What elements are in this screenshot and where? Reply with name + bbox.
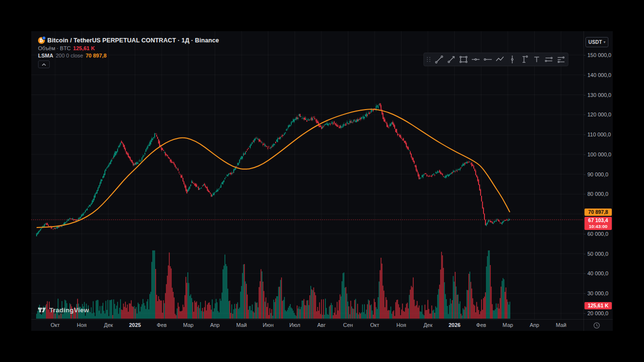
- price-tick-label: 130 000,0: [587, 92, 611, 98]
- bitcoin-icon: ₿: [38, 37, 45, 44]
- volume-indicator-label: Объём · BTC: [38, 45, 71, 51]
- vertical-line-icon: [506, 54, 518, 65]
- price-tick-label: 50 000,0: [587, 251, 608, 257]
- volume-bars: [37, 250, 510, 319]
- time-tick-label: Окт: [370, 322, 380, 328]
- price-tick-mark: [584, 254, 585, 254]
- lsma-indicator-value: 70 897,8: [85, 53, 106, 58]
- time-tick-label: Ноя: [397, 322, 406, 328]
- horizontal-line-icon: [470, 54, 482, 65]
- symbol-title-row[interactable]: ₿ Bitcoin / TetherUS PERPETUAL CONTRACT …: [38, 37, 219, 44]
- price-tick-mark: [584, 174, 585, 175]
- price-tick-label: 60 000,0: [587, 231, 608, 237]
- chevron-down-icon: ▾: [604, 40, 605, 44]
- lsma-indicator-row[interactable]: LSMA 200 0 close 70 897,8: [38, 53, 219, 58]
- price-tick-label: 20 000,0: [587, 310, 608, 316]
- chevron-up-icon: [41, 63, 46, 66]
- price-tick-label: 100 000,0: [587, 152, 611, 157]
- currency-selector-value: USDT: [588, 39, 602, 45]
- ray-icon: [445, 54, 457, 65]
- time-tick-label: Апр: [530, 322, 539, 328]
- volume-indicator-row[interactable]: Объём · BTC 125,61 K: [38, 45, 219, 51]
- time-tick-label: Апр: [210, 322, 220, 328]
- time-tick-label: Июн: [263, 322, 274, 328]
- time-tick-label: Июл: [289, 322, 300, 328]
- lsma-indicator-name: LSMA: [38, 53, 53, 58]
- time-tick-label: Фев: [157, 322, 166, 328]
- price-tick-mark: [584, 55, 585, 56]
- tool-channel-button[interactable]: [543, 54, 555, 65]
- price-tick-mark: [584, 293, 585, 294]
- time-tick-label: Дек: [104, 322, 113, 328]
- price-tick-mark: [584, 114, 585, 115]
- horizontal-ray-icon: [482, 54, 494, 65]
- tool-horizontal-line-button[interactable]: [469, 54, 482, 65]
- drawing-toolbar: [423, 53, 568, 66]
- tool-ray-button[interactable]: [445, 54, 457, 65]
- lsma-line: [37, 109, 510, 228]
- tool-horizontal-ray-button[interactable]: [482, 54, 494, 65]
- disjoint-channel-icon: [555, 54, 567, 65]
- price-tick-mark: [584, 95, 585, 95]
- price-tick-label: 120 000,0: [587, 112, 611, 117]
- time-axis-separator: [31, 319, 613, 320]
- tradingview-logo-text: TradingView: [49, 306, 89, 314]
- time-tick-label: 2025: [129, 322, 141, 328]
- volume-value-label: 125,61 K: [584, 302, 612, 309]
- tool-disjoint-channel-button[interactable]: [555, 54, 567, 65]
- tool-text-button[interactable]: [530, 54, 543, 65]
- price-tick-label: 150 000,0: [587, 52, 611, 58]
- time-tick-label: Авг: [317, 322, 325, 328]
- time-tick-label: Мар: [503, 322, 513, 328]
- price-tick-mark: [584, 273, 585, 274]
- time-tick-label: Сен: [343, 322, 353, 328]
- price-tick-label: 80 000,0: [587, 191, 608, 197]
- last-price-label: 67 103,4 10:43:00: [584, 217, 612, 230]
- price-tick-label: 40 000,0: [587, 270, 608, 276]
- measure-icon: [519, 54, 530, 65]
- tool-vertical-line-button[interactable]: [506, 54, 518, 65]
- lsma-price-label: 70 897,8: [584, 209, 612, 216]
- price-tick-label: 110 000,0: [587, 132, 611, 137]
- price-tick-mark: [584, 75, 585, 76]
- chart-panel: ₿ Bitcoin / TetherUS PERPETUAL CONTRACT …: [31, 31, 613, 331]
- time-tick-label: 2026: [448, 322, 460, 328]
- time-tick-label: Дек: [423, 322, 432, 328]
- price-tick-mark: [584, 194, 585, 194]
- channel-icon: [543, 54, 555, 65]
- time-tick-label: Окт: [51, 322, 60, 328]
- legend: ₿ Bitcoin / TetherUS PERPETUAL CONTRACT …: [38, 37, 219, 68]
- collapse-legend-button[interactable]: [38, 60, 50, 68]
- candles: [37, 103, 510, 236]
- time-tick-label: Май: [236, 322, 247, 328]
- tool-rectangle-button[interactable]: [457, 54, 469, 65]
- price-tick-mark: [584, 313, 585, 314]
- price-tick-label: 30 000,0: [587, 290, 608, 296]
- chart-canvas[interactable]: [31, 31, 613, 331]
- last-price-value: 67 103,4: [584, 217, 612, 224]
- time-tick-label: Май: [556, 322, 566, 328]
- price-tick-mark: [584, 134, 585, 135]
- time-tick-label: Фев: [476, 322, 486, 328]
- tool-trend-line-button[interactable]: [433, 54, 445, 65]
- tool-polyline-button[interactable]: [494, 54, 506, 65]
- price-tick-mark: [584, 154, 585, 155]
- bar-countdown: 10:43:00: [584, 224, 612, 229]
- tradingview-logo[interactable]: TradingView: [38, 306, 89, 314]
- time-tick-label: Мар: [183, 322, 194, 328]
- polyline-icon: [494, 54, 506, 65]
- currency-selector-button[interactable]: USDT ▾: [585, 37, 608, 47]
- time-tick-label: Ноя: [77, 322, 87, 328]
- price-tick-mark: [584, 234, 585, 234]
- price-tick-label: 90 000,0: [587, 171, 608, 177]
- tool-measure-button[interactable]: [518, 54, 530, 65]
- toolbar-drag-handle-icon[interactable]: [425, 57, 433, 62]
- text-icon: [531, 54, 543, 65]
- rectangle-icon: [458, 54, 469, 65]
- clock-icon[interactable]: [593, 322, 601, 329]
- symbol-title: Bitcoin / TetherUS PERPETUAL CONTRACT · …: [47, 37, 219, 44]
- tradingview-logo-icon: [38, 306, 46, 314]
- lsma-indicator-params: 200 0 close: [56, 53, 83, 58]
- price-axis-separator: [584, 31, 584, 331]
- volume-indicator-value: 125,61 K: [73, 45, 95, 51]
